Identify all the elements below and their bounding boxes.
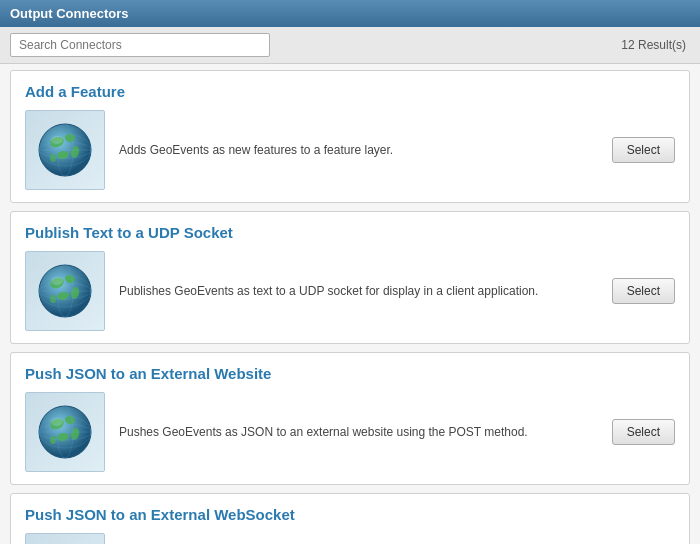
svg-point-16	[50, 295, 56, 303]
connector-card: Push JSON to an External WebSocket	[10, 493, 690, 544]
select-button-publish-udp[interactable]: Select	[612, 278, 675, 304]
connector-title-push-json-websocket: Push JSON to an External WebSocket	[25, 506, 675, 523]
select-button-push-json-website[interactable]: Select	[612, 419, 675, 445]
toolbar: 12 Result(s)	[0, 27, 700, 64]
search-input[interactable]	[10, 33, 270, 57]
connector-card: Push JSON to an External Website	[10, 352, 690, 485]
connector-icon-push-json-website	[25, 392, 105, 472]
connector-body-add-feature: Adds GeoEvents as new features to a feat…	[25, 110, 675, 190]
connector-title-push-json-website: Push JSON to an External Website	[25, 365, 675, 382]
connector-desc-add-feature: Adds GeoEvents as new features to a feat…	[119, 141, 588, 159]
connector-list: Add a Feature	[0, 64, 700, 544]
svg-point-10	[51, 136, 63, 144]
connector-card: Add a Feature	[10, 70, 690, 203]
connector-icon-push-json-websocket	[25, 533, 105, 544]
connector-icon-publish-udp	[25, 251, 105, 331]
connector-card: Publish Text to a UDP Socket	[10, 211, 690, 344]
title-bar: Output Connectors	[0, 0, 700, 27]
connector-title-publish-udp: Publish Text to a UDP Socket	[25, 224, 675, 241]
connector-title-add-feature: Add a Feature	[25, 83, 675, 100]
svg-point-5	[50, 154, 56, 162]
connector-icon-add-feature	[25, 110, 105, 190]
svg-point-21	[51, 277, 63, 285]
connector-desc-push-json-website: Pushes GeoEvents as JSON to an external …	[119, 423, 588, 441]
select-button-add-feature[interactable]: Select	[612, 137, 675, 163]
connector-body-publish-udp: Publishes GeoEvents as text to a UDP soc…	[25, 251, 675, 331]
title-bar-label: Output Connectors	[10, 6, 128, 21]
svg-point-32	[51, 418, 63, 426]
svg-point-27	[50, 436, 56, 444]
result-count: 12 Result(s)	[621, 38, 686, 52]
connector-body-push-json-websocket: Pushes GeoEvents as JSON to an external …	[25, 533, 675, 544]
connector-body-push-json-website: Pushes GeoEvents as JSON to an external …	[25, 392, 675, 472]
connector-desc-publish-udp: Publishes GeoEvents as text to a UDP soc…	[119, 282, 588, 300]
